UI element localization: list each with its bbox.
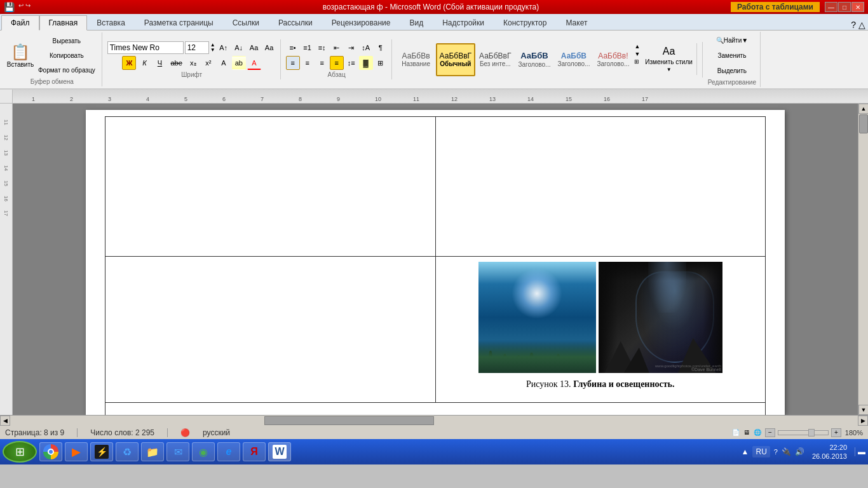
hscroll-right-button[interactable]: ▶: [858, 416, 868, 426]
align-left-button[interactable]: ≡: [286, 56, 300, 70]
help-taskbar-icon[interactable]: ?: [774, 448, 778, 456]
media-player-taskbar-app[interactable]: ▶: [65, 442, 88, 461]
mail-taskbar-app[interactable]: ✉: [166, 442, 189, 461]
style-heading2[interactable]: АаБбВ Заголово...: [554, 43, 593, 76]
doc-area[interactable]: www....: [13, 104, 858, 415]
scroll-up-button[interactable]: ▲: [858, 104, 868, 114]
show-desktop-icon[interactable]: ▲: [742, 447, 749, 456]
tab-constructor[interactable]: Конструктор: [494, 15, 556, 30]
scrollbar-thumb[interactable]: [859, 114, 868, 133]
replace-button[interactable]: Заменить: [714, 48, 750, 62]
hscroll-track[interactable]: [10, 416, 858, 426]
document-page[interactable]: www....: [86, 110, 785, 415]
clear-format-button[interactable]: Aa: [247, 41, 261, 55]
hscroll-thumb[interactable]: [264, 416, 434, 425]
style-name[interactable]: АаБбВв Название: [397, 43, 435, 76]
minimize-button[interactable]: —: [825, 2, 837, 12]
zoom-slider[interactable]: [778, 430, 829, 435]
style-normal[interactable]: АаБбВвГ Обычный: [436, 43, 475, 76]
explorer-taskbar-app[interactable]: 📁: [141, 442, 164, 461]
style-heading1[interactable]: АаБбВ Заголово...: [515, 43, 553, 76]
ribbon-minimize-icon[interactable]: △: [858, 20, 865, 30]
align-center-button[interactable]: ≡: [301, 56, 315, 70]
maximize-button[interactable]: □: [838, 2, 851, 12]
table-cell-text[interactable]: [105, 257, 436, 403]
style-no-space[interactable]: АаБбВвГ Без инте...: [476, 43, 514, 76]
underline-button[interactable]: Ч: [153, 56, 166, 70]
winamp-taskbar-app[interactable]: ⚡: [90, 442, 113, 461]
tab-review[interactable]: Рецензирование: [322, 15, 400, 30]
zoom-thumb[interactable]: [808, 429, 815, 437]
superscript-button[interactable]: x²: [201, 56, 215, 70]
borders-button[interactable]: ⊞: [374, 56, 388, 70]
network-icon[interactable]: 🔌: [782, 447, 791, 456]
highlight-button[interactable]: ab: [232, 56, 246, 70]
tab-layout2[interactable]: Макет: [556, 15, 597, 30]
show-desktop-button[interactable]: ▬: [855, 447, 865, 456]
language-button[interactable]: RU: [752, 446, 770, 458]
tab-layout[interactable]: Разметка страницы: [135, 15, 223, 30]
align-justify-button[interactable]: ≡: [330, 56, 344, 70]
table-cell-bottom[interactable]: [105, 403, 766, 416]
change-styles-button[interactable]: Аа Изменить стили ▼: [642, 43, 695, 75]
bullets-button[interactable]: ≡•: [286, 41, 300, 55]
scrollbar-track[interactable]: [858, 114, 868, 405]
sort-button[interactable]: ↕A: [359, 41, 373, 55]
word-taskbar-app[interactable]: W: [268, 442, 291, 461]
styles-scroll-down-icon[interactable]: ▼: [634, 51, 640, 57]
view-full-button[interactable]: 🖥: [743, 429, 750, 436]
volume-icon[interactable]: 🔊: [795, 447, 804, 456]
view-print-button[interactable]: 📄: [732, 429, 740, 436]
show-marks-button[interactable]: ¶: [374, 41, 388, 55]
tab-insert[interactable]: Вставка: [87, 15, 135, 30]
view-web-button[interactable]: 🌐: [754, 429, 761, 436]
tab-file[interactable]: Файл: [1, 15, 39, 30]
yandex-taskbar-app[interactable]: Я: [243, 442, 266, 461]
chrome-taskbar-app[interactable]: [39, 442, 62, 461]
decrease-indent-button[interactable]: ⇤: [330, 41, 344, 55]
hscroll-left-button[interactable]: ◀: [0, 416, 10, 426]
copy-button[interactable]: Копировать: [36, 48, 98, 62]
cut-button[interactable]: Вырезать: [36, 34, 98, 48]
grow-font-button[interactable]: A↑: [217, 41, 231, 55]
ie-taskbar-app[interactable]: e: [217, 442, 240, 461]
table-tools-tab[interactable]: Работа с таблицами: [731, 2, 820, 12]
start-button[interactable]: ⊞: [3, 441, 37, 463]
styles-scroll-up-icon[interactable]: ▲: [634, 43, 640, 50]
font-color-button[interactable]: A: [247, 56, 261, 70]
zoom-out-button[interactable]: −: [765, 428, 775, 437]
spell-check-icon[interactable]: 🔴: [180, 428, 190, 437]
table-cell-images[interactable]: www....: [435, 257, 766, 403]
subscript-button[interactable]: x₂: [186, 56, 200, 70]
align-right-button[interactable]: ≡: [315, 56, 329, 70]
style-heading3[interactable]: АаБбВв! Заголово...: [593, 43, 632, 76]
tab-view[interactable]: Вид: [400, 15, 433, 30]
tab-mailings[interactable]: Рассылки: [269, 15, 322, 30]
scroll-down-button[interactable]: ▼: [858, 405, 868, 415]
multilevel-button[interactable]: ≡↕: [315, 41, 329, 55]
shrink-font-button[interactable]: A↓: [232, 41, 246, 55]
close-button[interactable]: ✕: [851, 2, 864, 12]
table-cell-top-right[interactable]: [435, 117, 766, 257]
line-spacing-button[interactable]: ↕≡: [344, 56, 358, 70]
select-button[interactable]: Выделить: [714, 64, 750, 78]
help-icon[interactable]: ?: [851, 20, 856, 30]
font-size-input[interactable]: [185, 41, 209, 54]
format-painter-button[interactable]: Формат по образцу: [36, 63, 98, 77]
styles-more-icon[interactable]: ⊞: [634, 58, 640, 65]
maps-taskbar-app[interactable]: ◉: [192, 442, 215, 461]
increase-indent-button[interactable]: ⇥: [344, 41, 358, 55]
bold-button[interactable]: Ж: [122, 56, 136, 70]
tab-home[interactable]: Главная: [39, 15, 88, 30]
recycle-taskbar-app[interactable]: ♻: [116, 442, 139, 461]
italic-button[interactable]: К: [137, 56, 151, 70]
table-cell-top-left[interactable]: [105, 117, 436, 257]
font-size-down-icon[interactable]: ▼: [210, 48, 215, 53]
paste-button[interactable]: 📋 Вставить: [6, 39, 34, 71]
change-case-button[interactable]: Аа: [262, 41, 276, 55]
text-effect-button[interactable]: A: [217, 56, 231, 70]
numbering-button[interactable]: ≡1: [301, 41, 315, 55]
find-button[interactable]: 🔍 Найти▼: [714, 33, 750, 47]
font-name-input[interactable]: [107, 41, 184, 54]
tab-addins[interactable]: Надстройки: [433, 15, 494, 30]
